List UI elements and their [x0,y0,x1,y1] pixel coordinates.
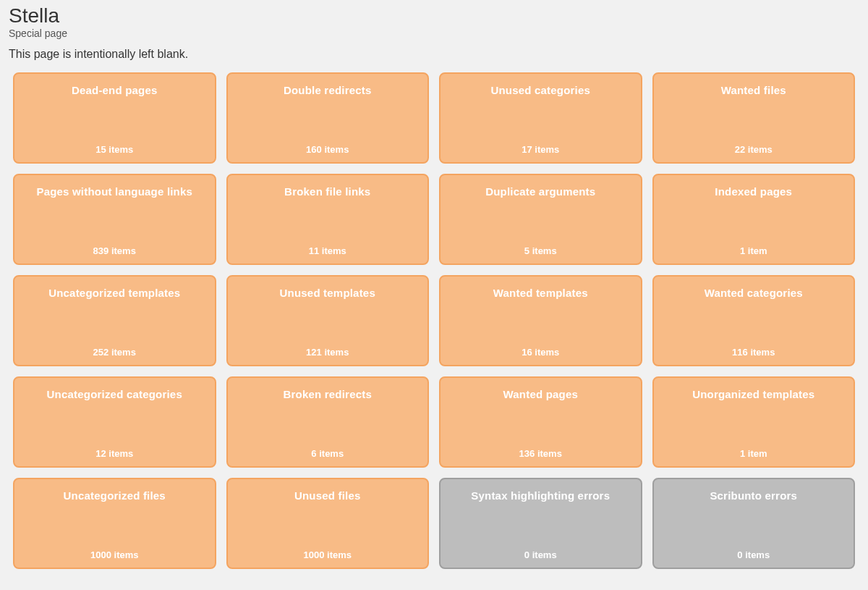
report-card[interactable]: Uncategorized files1000 items [13,478,216,569]
report-card-count: 0 items [448,549,634,560]
page-header: Stella Special page This page is intenti… [0,0,868,61]
report-card[interactable]: Syntax highlighting errors0 items [439,478,642,569]
report-card[interactable]: Unused files1000 items [226,478,430,569]
report-card-count: 839 items [22,245,208,256]
report-card-title: Broken redirects [235,388,421,400]
report-card-count: 1 item [661,448,847,459]
report-card-count: 17 items [448,144,634,155]
report-card-count: 252 items [22,347,208,358]
report-card[interactable]: Unused templates121 items [226,275,430,366]
report-card[interactable]: Unused categories17 items [439,72,642,164]
report-card-count: 5 items [448,245,634,256]
report-card-count: 1 item [661,245,847,256]
report-card-count: 12 items [22,448,208,459]
report-card[interactable]: Pages without language links839 items [13,174,216,265]
report-card-title: Uncategorized files [22,489,208,502]
report-card[interactable]: Wanted pages136 items [439,376,642,468]
report-card-title: Wanted files [661,84,847,96]
report-card-count: 1000 items [22,549,208,560]
report-card-count: 121 items [235,347,421,358]
report-card[interactable]: Wanted templates16 items [439,275,642,366]
report-card-count: 11 items [235,245,421,256]
report-card[interactable]: Uncategorized categories12 items [13,376,216,468]
report-card-title: Wanted categories [661,287,847,299]
report-card-title: Double redirects [235,84,421,96]
report-card-count: 0 items [661,549,847,560]
report-card-title: Wanted pages [448,388,634,400]
report-card[interactable]: Indexed pages1 item [652,174,856,265]
report-card-count: 116 items [661,347,847,358]
report-card-count: 160 items [235,144,421,155]
report-card[interactable]: Duplicate arguments5 items [439,174,642,265]
report-card-title: Syntax highlighting errors [448,489,634,502]
report-card-title: Unused templates [235,287,421,299]
report-card-title: Duplicate arguments [448,185,634,198]
report-card[interactable]: Unorganized templates1 item [652,376,856,468]
report-card-count: 22 items [661,144,847,155]
report-card-title: Dead-end pages [22,84,208,96]
report-card-count: 136 items [448,448,634,459]
page-title: Stella [9,4,859,28]
report-card[interactable]: Broken file links11 items [226,174,430,265]
card-grid: Dead-end pages15 itemsDouble redirects16… [0,72,868,569]
report-card[interactable]: Broken redirects6 items [226,376,430,468]
report-card-title: Unused files [235,489,421,502]
report-card[interactable]: Dead-end pages15 items [13,72,216,164]
report-card-title: Wanted templates [448,287,634,299]
report-card-title: Broken file links [235,185,421,198]
report-card-title: Unused categories [448,84,634,96]
report-card-title: Unorganized templates [661,388,847,400]
report-card-title: Indexed pages [661,185,847,198]
report-card-title: Scribunto errors [661,489,847,502]
report-card-count: 16 items [448,347,634,358]
report-card-count: 6 items [235,448,421,459]
report-card-title: Uncategorized templates [22,287,208,299]
report-card[interactable]: Double redirects160 items [226,72,430,164]
report-card-count: 15 items [22,144,208,155]
page-description: This page is intentionally left blank. [9,48,859,61]
report-card-title: Pages without language links [22,185,208,198]
page-subtitle: Special page [9,28,859,39]
report-card[interactable]: Scribunto errors0 items [652,478,856,569]
report-card[interactable]: Wanted categories116 items [652,275,856,366]
report-card[interactable]: Wanted files22 items [652,72,856,164]
report-card-count: 1000 items [235,549,421,560]
report-card-title: Uncategorized categories [22,388,208,400]
report-card[interactable]: Uncategorized templates252 items [13,275,216,366]
